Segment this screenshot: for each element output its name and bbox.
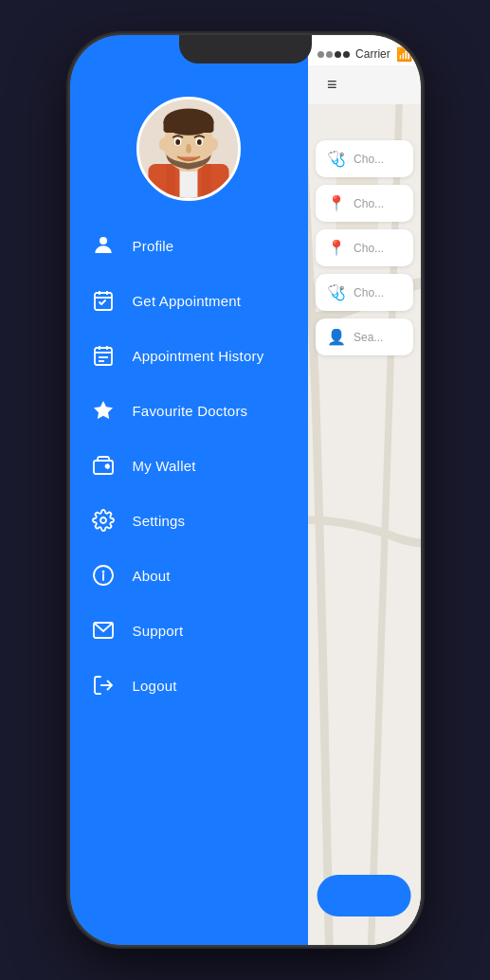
svg-point-10 <box>209 138 218 151</box>
svg-point-14 <box>197 139 202 145</box>
phone-shell: Profile Get A <box>70 35 421 945</box>
svg-point-15 <box>100 237 107 245</box>
sidebar-item-my-wallet[interactable]: My Wallet <box>70 438 309 493</box>
sidebar: Profile Get A <box>70 35 309 945</box>
sidebar-item-support-label: Support <box>133 623 184 639</box>
card-icon-5: 👤 <box>327 328 346 346</box>
sidebar-item-logout-label: Logout <box>133 678 177 694</box>
right-panel: Carrier 📶 ≡ <box>308 35 420 945</box>
svg-point-28 <box>105 465 108 468</box>
svg-rect-20 <box>95 348 112 365</box>
notch <box>179 35 312 64</box>
sidebar-item-settings-label: Settings <box>133 513 186 529</box>
svg-rect-3 <box>202 164 210 198</box>
carrier-label: Carrier <box>355 47 390 61</box>
phone-screen: Profile Get A <box>70 35 421 945</box>
svg-rect-4 <box>180 168 198 198</box>
search-card-1[interactable]: 🩺 Cho... <box>316 140 412 177</box>
person-icon <box>89 231 118 260</box>
calendar-check-icon <box>89 286 118 315</box>
card-icon-3: 📍 <box>327 239 346 257</box>
hamburger-area: ≡ <box>308 65 420 104</box>
svg-rect-27 <box>94 461 113 474</box>
search-cards-container: 🩺 Cho... 📍 Cho... 📍 Cho... 🩺 <box>308 133 420 363</box>
card-icon-1: 🩺 <box>327 150 346 168</box>
hamburger-button[interactable]: ≡ <box>318 69 410 100</box>
calendar-list-icon <box>89 341 118 370</box>
signal-dot-4 <box>343 51 350 58</box>
map-area: 🩺 Cho... 📍 Cho... 📍 Cho... 🩺 <box>308 104 420 945</box>
sidebar-item-favourite-doctors[interactable]: Favourite Doctors <box>70 383 309 438</box>
search-card-3[interactable]: 📍 Cho... <box>316 229 412 266</box>
svg-point-29 <box>100 517 106 523</box>
avatar <box>136 97 241 201</box>
sidebar-item-favourite-doctors-label: Favourite Doctors <box>133 403 248 419</box>
sidebar-item-profile[interactable]: Profile <box>70 218 309 273</box>
action-button[interactable] <box>318 875 411 916</box>
search-card-2[interactable]: 📍 Cho... <box>316 185 412 222</box>
wifi-icon: 📶 <box>396 46 412 62</box>
wallet-icon <box>89 451 118 480</box>
avatar-section <box>70 97 309 201</box>
sidebar-item-support[interactable]: Support <box>70 603 309 658</box>
signal-dot-2 <box>326 51 333 58</box>
sidebar-item-appointment-history-label: Appointment History <box>133 348 264 364</box>
phone-container: Profile Get A <box>70 35 421 945</box>
svg-rect-2 <box>167 164 175 198</box>
sidebar-item-get-appointment[interactable]: Get Appointment <box>70 273 309 328</box>
envelope-icon <box>89 616 118 644</box>
search-card-1-text: Cho... <box>354 153 384 166</box>
svg-point-13 <box>176 139 181 145</box>
search-card-3-text: Cho... <box>354 242 384 255</box>
sidebar-item-logout[interactable]: Logout <box>70 658 309 713</box>
menu-list: Profile Get A <box>70 218 309 713</box>
sidebar-item-profile-label: Profile <box>133 238 174 254</box>
logout-icon <box>89 671 118 699</box>
search-card-4[interactable]: 🩺 Cho... <box>316 274 412 311</box>
search-card-4-text: Cho... <box>354 286 384 299</box>
gear-icon <box>89 506 118 535</box>
sidebar-item-get-appointment-label: Get Appointment <box>133 293 242 309</box>
star-icon <box>89 396 118 425</box>
card-icon-4: 🩺 <box>327 283 346 301</box>
svg-rect-8 <box>164 119 214 133</box>
signal-dot-3 <box>335 51 341 58</box>
signal-area: Carrier 📶 <box>318 46 412 62</box>
search-card-5[interactable]: 👤 Sea... <box>316 318 412 355</box>
search-card-2-text: Cho... <box>354 197 384 210</box>
sidebar-item-about-label: About <box>133 568 171 584</box>
card-icon-2: 📍 <box>327 194 346 212</box>
sidebar-item-appointment-history[interactable]: Appointment History <box>70 328 309 383</box>
svg-marker-26 <box>94 401 113 419</box>
svg-point-9 <box>159 138 168 151</box>
sidebar-item-my-wallet-label: My Wallet <box>133 458 196 474</box>
sidebar-item-settings[interactable]: Settings <box>70 493 309 548</box>
info-icon <box>89 561 118 590</box>
sidebar-item-about[interactable]: About <box>70 548 309 603</box>
signal-dot-1 <box>318 51 324 58</box>
status-bar: Carrier 📶 <box>308 35 420 65</box>
search-card-5-text: Sea... <box>354 331 383 344</box>
